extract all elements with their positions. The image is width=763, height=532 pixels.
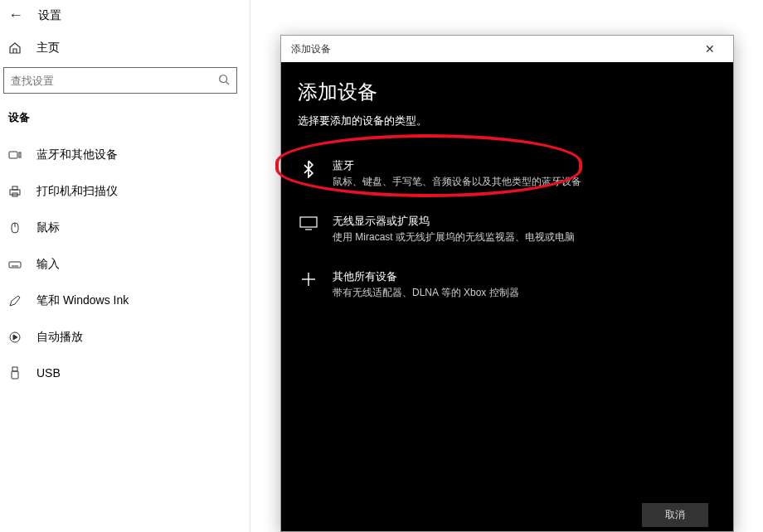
search-input[interactable] xyxy=(11,75,218,87)
svg-rect-2 xyxy=(9,152,17,158)
sidebar-item-label: 笔和 Windows Ink xyxy=(36,293,129,308)
sidebar-item-autoplay[interactable]: 自动播放 xyxy=(0,319,250,355)
device-desc: 鼠标、键盘、手写笔、音频设备以及其他类型的蓝牙设备 xyxy=(333,175,717,189)
device-title: 无线显示器或扩展坞 xyxy=(333,214,717,229)
sidebar-item-typing[interactable]: 输入 xyxy=(0,246,250,283)
sidebar-item-bluetooth[interactable]: 蓝牙和其他设备 xyxy=(0,137,250,173)
autoplay-icon xyxy=(8,331,22,344)
svg-rect-15 xyxy=(12,371,18,379)
device-option-bluetooth[interactable]: 蓝牙 鼠标、键盘、手写笔、音频设备以及其他类型的蓝牙设备 xyxy=(298,150,717,206)
device-texts: 蓝牙 鼠标、键盘、手写笔、音频设备以及其他类型的蓝牙设备 xyxy=(333,158,717,189)
plus-icon xyxy=(298,269,319,300)
home-icon xyxy=(8,41,22,55)
cancel-button[interactable]: 取消 xyxy=(642,503,708,527)
usb-icon xyxy=(8,366,22,380)
svg-rect-16 xyxy=(300,217,317,227)
dialog-footer: 取消 xyxy=(642,498,708,531)
keyboard-icon xyxy=(8,258,22,271)
svg-rect-5 xyxy=(12,186,17,190)
device-texts: 其他所有设备 带有无线适配器、DLNA 等的 Xbox 控制器 xyxy=(333,269,717,300)
dialog-subtitle: 选择要添加的设备的类型。 xyxy=(298,114,717,128)
sidebar-item-label: 打印机和扫描仪 xyxy=(36,184,118,199)
sidebar-item-printers[interactable]: 打印机和扫描仪 xyxy=(0,173,250,210)
device-title: 其他所有设备 xyxy=(333,269,717,284)
bluetooth-icon xyxy=(298,158,319,189)
sidebar-item-label: 输入 xyxy=(36,257,60,272)
device-title: 蓝牙 xyxy=(333,158,717,173)
device-desc: 带有无线适配器、DLNA 等的 Xbox 控制器 xyxy=(333,286,717,300)
settings-sidebar: ← 设置 主页 设备 蓝牙和其他设备 打印机和扫描仪 鼠标 xyxy=(0,0,250,532)
sidebar-item-usb[interactable]: USB xyxy=(0,355,250,390)
sidebar-item-label: USB xyxy=(36,366,61,380)
category-title: 设备 xyxy=(0,110,250,137)
sidebar-item-label: 鼠标 xyxy=(36,220,60,235)
svg-rect-3 xyxy=(19,152,21,157)
sidebar-item-pen[interactable]: 笔和 Windows Ink xyxy=(0,283,250,319)
device-option-wireless-display[interactable]: 无线显示器或扩展坞 使用 Miracast 或无线扩展坞的无线监视器、电视或电脑 xyxy=(298,206,717,261)
svg-rect-4 xyxy=(10,190,20,195)
svg-rect-9 xyxy=(9,262,21,268)
sidebar-item-mouse[interactable]: 鼠标 xyxy=(0,210,250,246)
sidebar-item-label: 自动播放 xyxy=(36,330,83,345)
svg-rect-14 xyxy=(12,367,17,371)
device-texts: 无线显示器或扩展坞 使用 Miracast 或无线扩展坞的无线监视器、电视或电脑 xyxy=(333,214,717,244)
device-option-other[interactable]: 其他所有设备 带有无线适配器、DLNA 等的 Xbox 控制器 xyxy=(298,261,717,317)
mouse-icon xyxy=(8,221,22,235)
svg-point-0 xyxy=(220,75,227,82)
back-arrow-icon[interactable]: ← xyxy=(8,7,23,24)
svg-line-1 xyxy=(226,81,230,85)
device-desc: 使用 Miracast 或无线扩展坞的无线监视器、电视或电脑 xyxy=(333,230,717,244)
close-icon[interactable]: ✕ xyxy=(697,36,723,62)
header-row: ← 设置 xyxy=(0,0,250,32)
home-nav-item[interactable]: 主页 xyxy=(0,32,250,67)
dialog-titlebar: 添加设备 ✕ xyxy=(281,36,733,62)
bluetooth-devices-icon xyxy=(8,148,22,162)
settings-label: 设置 xyxy=(38,8,61,23)
home-label: 主页 xyxy=(36,41,60,56)
dialog-heading: 添加设备 xyxy=(298,79,717,105)
search-icon xyxy=(218,74,230,88)
display-icon xyxy=(298,214,319,244)
dialog-body: 添加设备 选择要添加的设备的类型。 蓝牙 鼠标、键盘、手写笔、音频设备以及其他类… xyxy=(281,62,733,317)
printer-icon xyxy=(8,185,22,198)
sidebar-item-label: 蓝牙和其他设备 xyxy=(36,148,118,162)
pen-icon xyxy=(8,294,22,307)
search-box[interactable] xyxy=(3,67,237,94)
add-device-dialog: 添加设备 ✕ 添加设备 选择要添加的设备的类型。 蓝牙 鼠标、键盘、手写笔、音频… xyxy=(280,35,734,532)
dialog-titlebar-text: 添加设备 xyxy=(291,42,697,56)
